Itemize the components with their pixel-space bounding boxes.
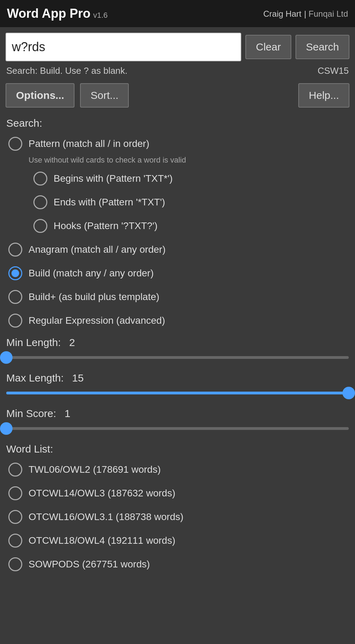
radio-label-begins-with: Begins with (Pattern 'TXT*') <box>54 173 173 184</box>
min-length-value: 2 <box>69 337 75 348</box>
radio-label-regex: Regular Expression (advanced) <box>29 315 165 326</box>
radio-item-otcwl14[interactable]: OTCWL14/OWL3 (187632 words) <box>6 481 349 505</box>
radio-item-anagram[interactable]: Anagram (match all / any order) <box>6 238 349 261</box>
word-list-section-label: Word List: <box>0 439 355 458</box>
radio-item-pattern[interactable]: Pattern (match all / in order) <box>6 132 349 156</box>
radio-label-otcwl14: OTCWL14/OWL3 (187632 words) <box>29 488 175 499</box>
radio-label-otcwl16: OTCWL16/OWL3.1 (188738 words) <box>29 511 183 523</box>
options-button[interactable]: Options... <box>6 83 74 108</box>
clear-button[interactable]: Clear <box>245 35 291 59</box>
radio-label-ends-with: Ends with (Pattern '*TXT') <box>54 197 165 208</box>
help-button[interactable]: Help... <box>298 83 349 108</box>
radio-item-otcwl16[interactable]: OTCWL16/OWL3.1 (188738 words) <box>6 505 349 529</box>
search-hint: Search: Build. Use ? as blank. <box>6 65 127 76</box>
min-length-slider-container[interactable] <box>6 351 349 364</box>
min-score-slider-container[interactable] <box>6 422 349 435</box>
radio-circle-build[interactable] <box>8 266 22 280</box>
min-score-value: 1 <box>64 408 70 419</box>
min-score-section: Min Score: 1 <box>0 403 355 439</box>
radio-hint-pattern: Use without wild cards to check a word i… <box>6 156 349 167</box>
min-length-thumb[interactable] <box>0 351 13 364</box>
max-length-thumb[interactable] <box>342 387 355 399</box>
buttons-row: Options... Sort... Help... <box>0 80 355 113</box>
radio-label-build: Build (match any / any order) <box>29 268 154 279</box>
radio-item-build[interactable]: Build (match any / any order) <box>6 261 349 285</box>
radio-item-ends-with[interactable]: Ends with (Pattern '*TXT') <box>6 190 349 214</box>
radio-item-begins-with[interactable]: Begins with (Pattern 'TXT*') <box>6 167 349 190</box>
radio-item-twl06[interactable]: TWL06/OWL2 (178691 words) <box>6 458 349 481</box>
app-header: Word App Pro v1.6 Craig Hart | Funqai Lt… <box>0 0 355 27</box>
radio-circle-build-plus[interactable] <box>8 290 22 304</box>
radio-circle-otcwl14[interactable] <box>8 486 22 500</box>
radio-circle-twl06[interactable] <box>8 463 22 477</box>
sort-button[interactable]: Sort... <box>80 83 129 108</box>
radio-item-build-plus[interactable]: Build+ (as build plus template) <box>6 285 349 309</box>
radio-circle-hooks[interactable] <box>33 219 47 233</box>
radio-item-otcwl18[interactable]: OTCWL18/OWL4 (192111 words) <box>6 529 349 552</box>
radio-circle-sowpods[interactable] <box>8 557 22 571</box>
search-section-label: Search: <box>0 113 355 132</box>
radio-label-pattern: Pattern (match all / in order) <box>29 138 149 149</box>
min-length-label: Min Length: <box>6 337 61 348</box>
radio-item-regex[interactable]: Regular Expression (advanced) <box>6 309 349 332</box>
search-input[interactable] <box>6 33 241 61</box>
radio-circle-ends-with[interactable] <box>33 195 47 209</box>
radio-circle-otcwl18[interactable] <box>8 534 22 548</box>
header-user-info: Craig Hart | Funqai Ltd <box>263 8 348 19</box>
radio-label-hooks: Hooks (Pattern '?TXT?') <box>54 220 158 231</box>
search-row: Clear Search <box>0 27 355 64</box>
hint-row: Search: Build. Use ? as blank. CSW15 <box>0 64 355 80</box>
radio-item-sowpods[interactable]: SOWPODS (267751 words) <box>6 552 349 576</box>
radio-circle-anagram[interactable] <box>8 243 22 257</box>
min-length-section: Min Length: 2 <box>0 332 355 368</box>
max-length-label: Max Length: <box>6 372 64 384</box>
radio-item-hooks[interactable]: Hooks (Pattern '?TXT?') <box>6 214 349 238</box>
app-title: Word App Pro v1.6 <box>7 6 108 21</box>
radio-label-otcwl18: OTCWL18/OWL4 (192111 words) <box>29 535 175 546</box>
radio-circle-regex[interactable] <box>8 314 22 328</box>
max-length-slider-container[interactable] <box>6 387 349 399</box>
radio-label-anagram: Anagram (match all / any order) <box>29 244 166 255</box>
min-score-label: Min Score: <box>6 408 56 419</box>
wordlist-indicator: CSW15 <box>317 65 349 76</box>
radio-label-sowpods: SOWPODS (267751 words) <box>29 559 150 570</box>
radio-circle-begins-with[interactable] <box>33 172 47 186</box>
min-score-header: Min Score: 1 <box>6 408 349 422</box>
search-button[interactable]: Search <box>295 35 349 59</box>
max-length-header: Max Length: 15 <box>6 372 349 387</box>
max-length-section: Max Length: 15 <box>0 368 355 403</box>
word-list-group: TWL06/OWL2 (178691 words) OTCWL14/OWL3 (… <box>0 458 355 576</box>
radio-circle-pattern[interactable] <box>8 137 22 151</box>
min-score-thumb[interactable] <box>0 422 13 435</box>
min-length-header: Min Length: 2 <box>6 337 349 351</box>
radio-circle-otcwl16[interactable] <box>8 510 22 524</box>
radio-label-twl06: TWL06/OWL2 (178691 words) <box>29 464 161 475</box>
search-options-group: Pattern (match all / in order) Use witho… <box>0 132 355 332</box>
radio-label-build-plus: Build+ (as build plus template) <box>29 291 159 303</box>
max-length-value: 15 <box>72 372 84 384</box>
